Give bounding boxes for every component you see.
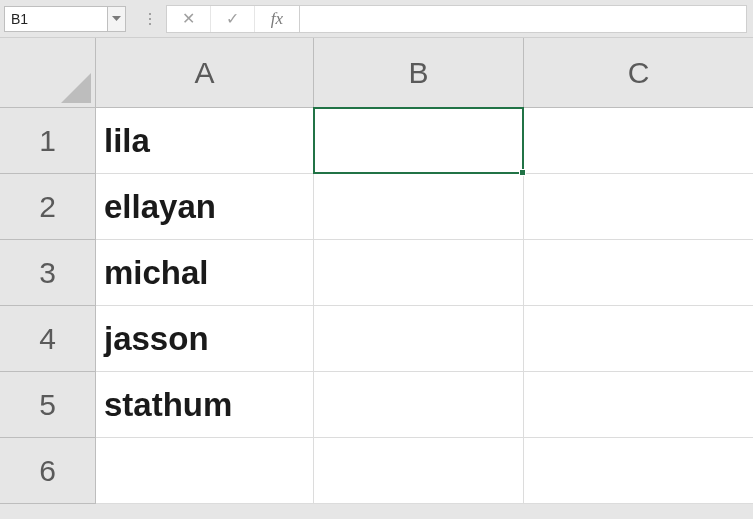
row: michal <box>96 240 753 306</box>
name-box-wrap: B1 <box>4 6 126 32</box>
cell-C4[interactable] <box>524 306 753 372</box>
cell-B3[interactable] <box>314 240 524 306</box>
insert-function-button[interactable]: fx <box>255 6 299 32</box>
cell-A1[interactable]: lila <box>96 108 314 174</box>
cell-A3[interactable]: michal <box>96 240 314 306</box>
col-header-A[interactable]: A <box>96 38 314 108</box>
row: stathum <box>96 372 753 438</box>
formula-bar: B1 ✕ ✓ fx <box>0 0 753 38</box>
col-header-C[interactable]: C <box>524 38 753 108</box>
cell-A5[interactable]: stathum <box>96 372 314 438</box>
formula-button-group: ✕ ✓ fx <box>166 5 300 33</box>
cell-A6[interactable] <box>96 438 314 504</box>
separator-dots <box>140 13 160 25</box>
cell-C1[interactable] <box>524 108 753 174</box>
cell-B5[interactable] <box>314 372 524 438</box>
row-header-4[interactable]: 4 <box>0 306 96 372</box>
cells-grid: lila ellayan michal jasson stathum <box>96 108 753 504</box>
formula-input[interactable] <box>300 5 747 33</box>
cell-B1[interactable] <box>314 108 524 174</box>
cell-B2[interactable] <box>314 174 524 240</box>
row-header-2[interactable]: 2 <box>0 174 96 240</box>
cell-A4[interactable]: jasson <box>96 306 314 372</box>
row-headers: 1 2 3 4 5 6 <box>0 108 96 504</box>
cancel-button[interactable]: ✕ <box>167 6 211 32</box>
row-header-5[interactable]: 5 <box>0 372 96 438</box>
cell-B6[interactable] <box>314 438 524 504</box>
row-header-3[interactable]: 3 <box>0 240 96 306</box>
select-all-icon <box>61 73 91 103</box>
cell-C6[interactable] <box>524 438 753 504</box>
cell-C5[interactable] <box>524 372 753 438</box>
row-header-1[interactable]: 1 <box>0 108 96 174</box>
cell-C2[interactable] <box>524 174 753 240</box>
name-box-dropdown[interactable] <box>108 6 126 32</box>
cell-C3[interactable] <box>524 240 753 306</box>
enter-button[interactable]: ✓ <box>211 6 255 32</box>
col-header-B[interactable]: B <box>314 38 524 108</box>
row: ellayan <box>96 174 753 240</box>
column-headers: A B C <box>96 38 753 108</box>
cell-B4[interactable] <box>314 306 524 372</box>
row: jasson <box>96 306 753 372</box>
name-box[interactable]: B1 <box>4 6 108 32</box>
row-header-6[interactable]: 6 <box>0 438 96 504</box>
row <box>96 438 753 504</box>
select-all-corner[interactable] <box>0 38 96 108</box>
chevron-down-icon <box>112 16 121 22</box>
row: lila <box>96 108 753 174</box>
cell-A2[interactable]: ellayan <box>96 174 314 240</box>
